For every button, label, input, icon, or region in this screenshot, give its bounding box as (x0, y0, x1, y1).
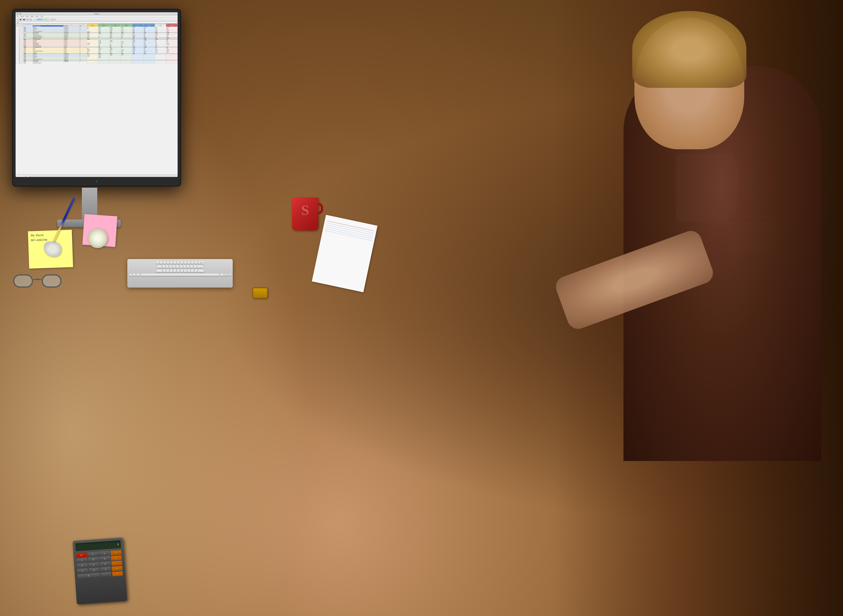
key-t[interactable] (170, 261, 173, 264)
cell-k-jun[interactable]: Jun-16 (155, 25, 166, 27)
key-shift[interactable] (156, 269, 162, 273)
cell-b-budget[interactable]: Marketing Budget (32, 25, 63, 27)
cell-d28[interactable] (79, 62, 87, 64)
menu-layout[interactable]: Layout (20, 16, 24, 17)
keyboard[interactable]: del ↩ (128, 259, 233, 287)
cell-c28[interactable] (63, 62, 79, 64)
col-h-header[interactable]: H (121, 24, 132, 25)
cell-a28[interactable]: 14678 (23, 62, 32, 64)
key-p[interactable] (188, 261, 191, 264)
key-j[interactable] (183, 265, 186, 268)
menu-file[interactable]: File (16, 16, 19, 17)
cell-e-dec[interactable]: Dec-15 (87, 25, 98, 27)
sheet-tab-1[interactable]: Sheet 1 (16, 175, 23, 177)
cell-i28[interactable] (132, 62, 144, 64)
calc-btn-3[interactable]: 3 (100, 567, 111, 572)
cell-e28[interactable] (87, 62, 98, 64)
cell-k28[interactable] (155, 62, 166, 64)
key-y[interactable] (173, 261, 176, 264)
key-fn[interactable] (129, 273, 132, 276)
key-o[interactable] (184, 261, 187, 264)
key-a[interactable] (162, 265, 165, 268)
key-f[interactable] (173, 265, 176, 268)
key-caps[interactable] (157, 265, 161, 268)
calc-btn-minus[interactable]: − (111, 561, 122, 566)
key-x[interactable] (166, 269, 169, 273)
cell-g-feb[interactable]: Feb-16 (109, 25, 121, 27)
cell-l-jul[interactable]: Jul-16 (166, 25, 177, 27)
key-space[interactable] (141, 273, 220, 276)
menu-view[interactable]: View (40, 16, 43, 17)
calc-btn-clear[interactable]: AC (76, 553, 87, 557)
calculator[interactable]: 0 AC +/- % ÷ 7 8 9 × 4 5 6 − 1 2 3 + 0 .… (72, 537, 128, 604)
key-bracket[interactable] (191, 261, 194, 264)
key-n[interactable] (180, 269, 183, 273)
menu-insert[interactable]: Insert (25, 16, 29, 17)
minimize-button[interactable] (18, 13, 19, 14)
cell-f28[interactable] (98, 62, 110, 64)
key-i[interactable] (180, 261, 183, 264)
sheet-tab-2[interactable]: Sheet 2 (23, 175, 29, 177)
col-c-header[interactable]: C (63, 24, 79, 25)
key-b[interactable] (177, 269, 180, 273)
key-ctrl[interactable] (133, 273, 136, 276)
key-g[interactable] (176, 265, 179, 268)
cell-g28[interactable] (109, 62, 121, 64)
cell-i-apr[interactable]: Apr-16 (132, 25, 144, 27)
cell-j-may[interactable]: May-16 (143, 25, 155, 27)
calc-btn-multiply[interactable]: × (111, 556, 122, 560)
percent2-style[interactable]: Percent 2 (43, 18, 48, 21)
calc-btn-7[interactable]: 7 (76, 558, 87, 563)
font-select[interactable]: Arial (17, 19, 23, 21)
col-b-header[interactable]: B (32, 24, 63, 25)
key-s[interactable] (166, 265, 169, 268)
key-r[interactable] (166, 261, 170, 264)
key-q[interactable] (156, 261, 159, 264)
calc-btn-divide[interactable]: ÷ (110, 550, 122, 555)
maximize-button[interactable] (20, 13, 21, 14)
calc-btn-decimal[interactable]: . (101, 572, 111, 577)
key-u[interactable] (177, 261, 180, 264)
key-k[interactable] (186, 265, 190, 268)
key-e[interactable] (163, 261, 166, 264)
key-right[interactable]: ▸ (228, 273, 231, 276)
key-bracket2[interactable] (195, 261, 198, 264)
normal2-style[interactable]: Normal 2 (37, 18, 43, 21)
align-center[interactable]: ≡ (53, 19, 54, 21)
col-j-header[interactable]: J (143, 24, 155, 25)
cell-h28[interactable] (121, 62, 132, 64)
calc-btn-8[interactable]: 8 (88, 557, 99, 562)
calc-btn-plus-minus[interactable]: +/- (87, 551, 98, 557)
cell-f-jan[interactable]: Jan-16 (98, 25, 110, 27)
underline-button[interactable]: U (30, 19, 32, 21)
cell-d-unit[interactable]: Unit (79, 25, 87, 27)
calc-btn-plus[interactable]: + (111, 566, 123, 571)
key-return[interactable]: ↩ (197, 265, 203, 268)
col-e-header[interactable]: E (87, 24, 98, 25)
cell-h-mar[interactable]: Mar-16 (121, 25, 132, 27)
key-m[interactable] (184, 269, 187, 273)
menu-charts[interactable]: Charts (35, 16, 39, 17)
align-left[interactable]: ≡ (51, 19, 52, 21)
italic-button[interactable]: I (29, 19, 29, 21)
calc-btn-9[interactable]: 9 (100, 556, 110, 561)
key-z[interactable] (163, 269, 166, 273)
cell-b28[interactable]: Independent Reasearch (32, 62, 63, 64)
calc-btn-6[interactable]: 6 (100, 562, 111, 567)
key-alt-r[interactable] (220, 273, 224, 276)
table-row[interactable]: 2814678Independent Reasearch (16, 62, 177, 64)
calc-btn-1[interactable]: 1 (77, 568, 88, 573)
col-l-header[interactable]: L (166, 24, 177, 25)
key-slash[interactable] (194, 269, 197, 273)
key-c[interactable] (170, 269, 173, 273)
key-alt[interactable] (136, 273, 140, 276)
key-left[interactable]: ◂ (224, 273, 227, 276)
key-semi[interactable] (194, 265, 197, 268)
calc-btn-0[interactable]: 0 (78, 573, 100, 579)
close-button[interactable] (17, 13, 18, 14)
calc-btn-percent[interactable]: % (99, 551, 110, 556)
cell-reference[interactable] (16, 22, 21, 23)
key-shift-r[interactable] (198, 269, 204, 273)
key-l[interactable] (190, 265, 193, 268)
col-k-header[interactable]: K (155, 24, 166, 25)
